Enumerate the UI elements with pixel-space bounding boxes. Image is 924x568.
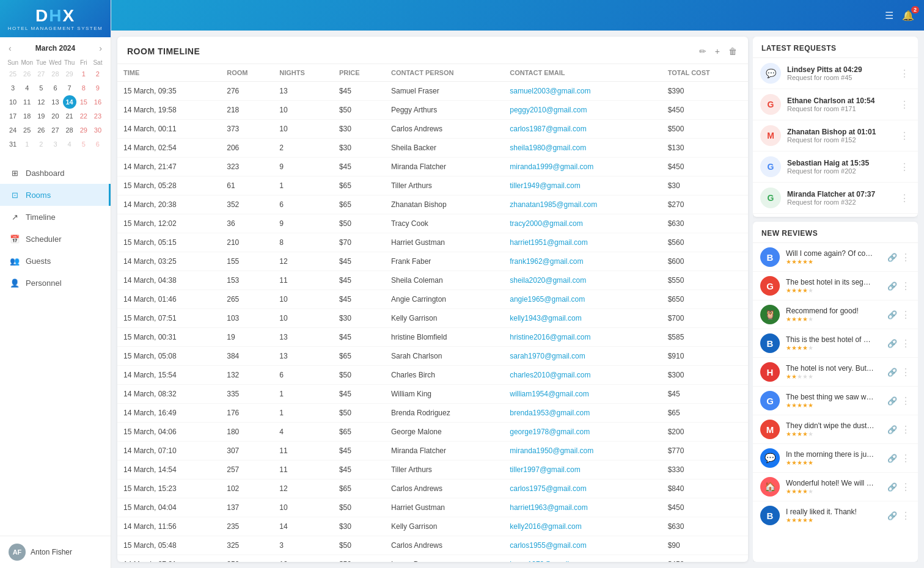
review-more-icon[interactable]: ⋮	[901, 338, 911, 349]
calendar-day[interactable]: 26	[20, 67, 34, 81]
email-cell[interactable]: tiller1949@gmail.com	[504, 177, 661, 195]
calendar-day[interactable]: 15	[77, 95, 90, 109]
email-cell[interactable]: miranda1950@gmail.com	[504, 442, 661, 461]
email-cell[interactable]: kelly1943@gmail.com	[504, 309, 661, 328]
request-more-icon[interactable]: ⋮	[898, 129, 911, 143]
calendar-day[interactable]: 3	[6, 81, 20, 95]
email-cell[interactable]: tracy2000@gmail.com	[504, 214, 661, 233]
email-cell[interactable]: frank1962@gmail.com	[504, 252, 661, 271]
review-more-icon[interactable]: ⋮	[901, 395, 911, 407]
email-cell[interactable]: carlos1987@gmail.com	[504, 120, 661, 139]
notifications-icon[interactable]: 🔔 2	[902, 10, 914, 21]
calendar-day[interactable]: 5	[34, 81, 48, 95]
email-cell[interactable]: william1954@gmail.com	[504, 385, 661, 404]
calendar-day[interactable]: 20	[48, 109, 62, 123]
calendar-day[interactable]: 10	[6, 95, 20, 109]
request-more-icon[interactable]: ⋮	[898, 191, 911, 205]
calendar-day[interactable]: 3	[48, 137, 62, 151]
review-link-icon[interactable]: 🔗	[887, 310, 897, 319]
calendar-day[interactable]: 18	[20, 109, 34, 123]
calendar-day[interactable]: 17	[6, 109, 20, 123]
email-cell[interactable]: carlos1955@gmail.com	[504, 536, 661, 555]
calendar-day[interactable]: 28	[63, 123, 76, 137]
calendar-day[interactable]: 6	[91, 137, 105, 151]
review-more-icon[interactable]: ⋮	[901, 424, 911, 435]
calendar-day[interactable]: 31	[6, 137, 20, 151]
review-link-icon[interactable]: 🔗	[887, 482, 897, 492]
calendar-day[interactable]: 28	[48, 67, 62, 81]
review-link-icon[interactable]: 🔗	[887, 339, 897, 348]
calendar-day[interactable]: 24	[6, 123, 20, 137]
calendar-day[interactable]: 7	[63, 81, 76, 95]
calendar-day[interactable]: 14	[63, 95, 76, 109]
email-cell[interactable]: sheila1980@gmail.com	[504, 139, 661, 158]
calendar-day[interactable]: 23	[91, 109, 105, 123]
sidebar-item-scheduler[interactable]: 📅Scheduler	[0, 228, 111, 250]
email-cell[interactable]: logan1979@gmail.com	[504, 555, 661, 563]
timeline-delete-btn[interactable]: 🗑	[727, 45, 738, 57]
calendar-day[interactable]: 27	[34, 67, 48, 81]
calendar-day[interactable]: 2	[91, 67, 105, 81]
timeline-edit-btn[interactable]: ✏	[698, 45, 708, 57]
review-more-icon[interactable]: ⋮	[901, 280, 911, 292]
timeline-add-btn[interactable]: +	[714, 45, 721, 57]
review-more-icon[interactable]: ⋮	[901, 481, 911, 493]
email-cell[interactable]: george1978@gmail.com	[504, 423, 661, 442]
calendar-prev[interactable]: ‹	[6, 43, 14, 53]
sidebar-item-rooms[interactable]: ⊡Rooms	[0, 184, 111, 206]
calendar-day[interactable]: 16	[91, 95, 105, 109]
email-cell[interactable]: brenda1953@gmail.com	[504, 404, 661, 423]
calendar-day[interactable]: 22	[77, 109, 90, 123]
review-more-icon[interactable]: ⋮	[901, 453, 911, 464]
review-link-icon[interactable]: 🔗	[887, 511, 897, 520]
calendar-day[interactable]: 29	[77, 123, 90, 137]
filter-icon[interactable]: ☰	[885, 10, 893, 21]
calendar-day[interactable]: 25	[20, 123, 34, 137]
sidebar-item-personnel[interactable]: 👤Personnel	[0, 272, 111, 294]
calendar-day[interactable]: 11	[20, 95, 34, 109]
calendar-day[interactable]: 30	[91, 123, 105, 137]
calendar-day[interactable]: 27	[48, 123, 62, 137]
review-link-icon[interactable]: 🔗	[887, 425, 897, 434]
email-cell[interactable]: harriet1963@gmail.com	[504, 498, 661, 517]
calendar-day[interactable]: 25	[6, 67, 20, 81]
calendar-day[interactable]: 12	[34, 95, 48, 109]
email-cell[interactable]: hristine2016@gmail.com	[504, 328, 661, 347]
calendar-day[interactable]: 2	[34, 137, 48, 151]
sidebar-item-timeline[interactable]: ↗Timeline	[0, 206, 111, 228]
email-cell[interactable]: peggy2010@gmail.com	[504, 101, 661, 120]
calendar-day[interactable]: 8	[77, 81, 90, 95]
email-cell[interactable]: carlos1975@gmail.com	[504, 479, 661, 498]
sidebar-item-guests[interactable]: 👥Guests	[0, 250, 111, 272]
request-more-icon[interactable]: ⋮	[898, 98, 911, 112]
request-more-icon[interactable]: ⋮	[898, 160, 911, 174]
email-cell[interactable]: harriet1951@gmail.com	[504, 233, 661, 252]
sidebar-item-dashboard[interactable]: ⊞Dashboard	[0, 162, 111, 184]
review-link-icon[interactable]: 🔗	[887, 396, 897, 406]
calendar-day[interactable]: 1	[77, 67, 90, 81]
email-cell[interactable]: zhanatan1985@gmail.com	[504, 195, 661, 214]
email-cell[interactable]: angie1965@gmail.com	[504, 290, 661, 309]
review-link-icon[interactable]: 🔗	[887, 454, 897, 463]
review-more-icon[interactable]: ⋮	[901, 252, 911, 263]
calendar-day[interactable]: 29	[63, 67, 76, 81]
calendar-next[interactable]: ›	[97, 43, 105, 53]
email-cell[interactable]: charles2010@gmail.com	[504, 366, 661, 385]
email-cell[interactable]: kelly2016@gmail.com	[504, 517, 661, 536]
email-cell[interactable]: sheila2020@gmail.com	[504, 271, 661, 290]
review-more-icon[interactable]: ⋮	[901, 309, 911, 321]
review-link-icon[interactable]: 🔗	[887, 282, 897, 291]
calendar-day[interactable]: 13	[48, 95, 62, 109]
request-more-icon[interactable]: ⋮	[898, 67, 911, 81]
calendar-day[interactable]: 1	[20, 137, 34, 151]
review-link-icon[interactable]: 🔗	[887, 253, 897, 262]
review-more-icon[interactable]: ⋮	[901, 366, 911, 378]
calendar-day[interactable]: 6	[48, 81, 62, 95]
calendar-day[interactable]: 4	[63, 137, 76, 151]
review-more-icon[interactable]: ⋮	[901, 510, 911, 522]
calendar-day[interactable]: 19	[34, 109, 48, 123]
calendar-day[interactable]: 4	[20, 81, 34, 95]
email-cell[interactable]: samuel2003@gmail.com	[504, 82, 661, 101]
review-link-icon[interactable]: 🔗	[887, 368, 897, 377]
calendar-day[interactable]: 5	[77, 137, 90, 151]
